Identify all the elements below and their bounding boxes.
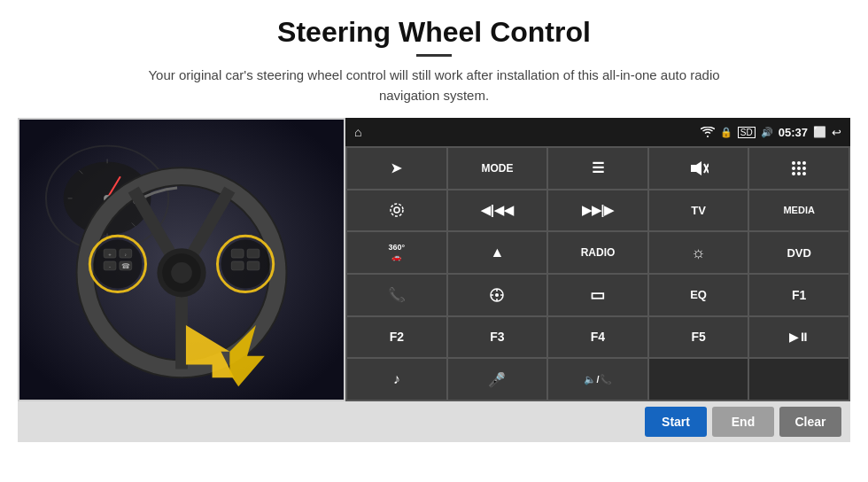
svg-text:+: + (108, 252, 112, 257)
svg-marker-35 (691, 161, 701, 175)
eject-btn[interactable]: ▲ (448, 232, 547, 273)
phone-btn[interactable]: 📞 (347, 275, 446, 315)
mic-btn[interactable]: 🎤 (448, 359, 547, 400)
svg-point-47 (394, 207, 399, 213)
playpause-btn[interactable]: ▶⏸ (749, 317, 849, 358)
action-bar: Start End Clear (18, 401, 850, 442)
page-container: Steering Wheel Control Your original car… (0, 0, 868, 482)
time-display: 05:37 (779, 126, 808, 139)
empty-cell-2 (749, 359, 849, 400)
back-icon: ↩ (832, 126, 841, 139)
svg-point-44 (792, 172, 795, 175)
status-right: 🔒 SD 🔊 05:37 ⬜ ↩ (701, 126, 841, 139)
svg-point-30 (221, 239, 269, 288)
list-btn[interactable]: ☰ (548, 148, 647, 189)
svg-point-43 (802, 167, 806, 170)
status-bar: ⌂ 🔒 SD 🔊 05:37 ⬜ ↩ (345, 118, 850, 146)
settings-btn[interactable] (347, 190, 446, 231)
mode-btn[interactable]: MODE (448, 148, 547, 189)
svg-point-45 (797, 172, 801, 175)
svg-text:-: - (109, 264, 111, 269)
svg-text:♪: ♪ (125, 253, 127, 257)
f4-btn[interactable]: F4 (548, 317, 647, 358)
svg-rect-31 (231, 249, 244, 258)
mute-btn[interactable] (649, 148, 748, 189)
svg-point-39 (797, 161, 801, 165)
status-left: ⌂ (354, 125, 361, 139)
nav-btn[interactable]: ➤ (347, 148, 446, 189)
cam360-btn[interactable]: 360°🚗 (347, 232, 446, 273)
f5-btn[interactable]: F5 (649, 317, 748, 358)
lock-icon: 🔒 (720, 127, 732, 138)
window-icon: ⬜ (813, 126, 826, 138)
svg-rect-34 (247, 261, 260, 270)
start-button[interactable]: Start (645, 407, 707, 437)
apps-btn[interactable] (749, 148, 849, 189)
f1-btn[interactable]: F1 (749, 275, 849, 315)
apps-icon (791, 160, 807, 176)
svg-point-41 (792, 167, 795, 170)
settings-icon (389, 202, 405, 218)
mute-icon (689, 160, 709, 176)
media-btn[interactable]: MEDIA (749, 190, 849, 231)
steering-wheel-image: + - ♪ ☎ (18, 118, 345, 401)
svg-rect-32 (231, 261, 244, 270)
bt-icon: 🔊 (761, 127, 773, 138)
next-btn[interactable]: ▶▶|▶ (548, 190, 647, 231)
svg-point-40 (802, 161, 806, 165)
svg-point-50 (495, 293, 499, 297)
f2-btn[interactable]: F2 (347, 317, 446, 358)
navi-icon (489, 287, 505, 303)
prev-btn[interactable]: ◀|◀◀ (448, 190, 547, 231)
svg-point-18 (171, 262, 192, 284)
page-subtitle: Your original car's steering wheel contr… (124, 66, 744, 105)
sd-icon: SD (738, 127, 756, 138)
music-btn[interactable]: ♪ (347, 359, 446, 400)
vol-phone-btn[interactable]: 🔈/📞 (548, 359, 647, 400)
page-title: Steering Wheel Control (277, 16, 591, 49)
svg-point-42 (797, 167, 801, 170)
svg-point-20 (93, 239, 142, 288)
control-panel: ⌂ 🔒 SD 🔊 05:37 ⬜ ↩ ➤ (345, 118, 850, 401)
svg-rect-33 (247, 249, 260, 258)
content-row: + - ♪ ☎ (18, 118, 850, 401)
tv-btn[interactable]: TV (649, 190, 748, 231)
svg-point-46 (802, 172, 806, 175)
end-button[interactable]: End (712, 407, 774, 437)
empty-cell-1 (649, 359, 748, 400)
eq-btn[interactable]: EQ (649, 275, 748, 315)
title-divider (416, 54, 452, 57)
svg-point-38 (792, 161, 795, 165)
clear-button[interactable]: Clear (779, 407, 841, 437)
screen-btn[interactable]: ▭ (548, 275, 647, 315)
home-icon: ⌂ (354, 125, 361, 139)
svg-point-48 (391, 204, 403, 216)
wifi-icon (701, 127, 715, 137)
f3-btn[interactable]: F3 (448, 317, 547, 358)
dvd-btn[interactable]: DVD (749, 232, 849, 273)
radio-btn[interactable]: RADIO (548, 232, 647, 273)
button-grid: ➤ MODE ☰ (345, 146, 850, 401)
svg-text:☎: ☎ (121, 262, 130, 270)
navi-btn[interactable] (448, 275, 547, 315)
brightness-btn[interactable]: ☼ (649, 232, 748, 273)
